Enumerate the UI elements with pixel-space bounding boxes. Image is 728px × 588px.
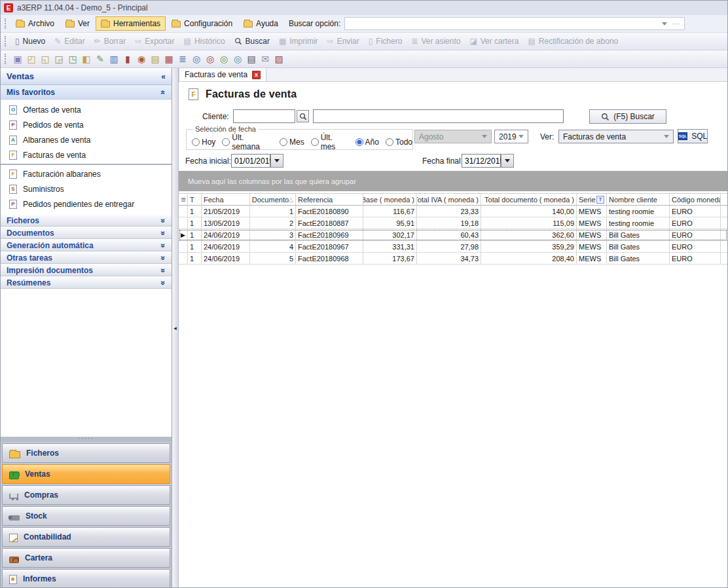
section-otras-tareas[interactable]: Otras tareas» [1,251,172,264]
column-header-codigo-moneda[interactable]: Código moneda [670,194,721,205]
column-header-documento[interactable]: Documento△ [250,194,296,205]
radio-ult-semana[interactable]: Últ. semana [222,133,273,151]
column-header-fecha[interactable]: Fecha [202,194,250,205]
column-header-referencia[interactable]: Referencia [296,194,363,205]
radio-input-mes[interactable] [280,138,287,146]
search-red-icon[interactable]: ◎ [204,52,217,65]
client-search-button[interactable] [297,110,309,122]
column-header-row-selector[interactable]: ≣ [179,194,188,205]
briefcase-out-icon[interactable]: ◱ [39,52,52,65]
table-row[interactable]: 124/06/20195FactE20180968173,6734,73208,… [179,253,727,265]
search-invoice-icon[interactable]: ▤ [149,52,162,65]
toolbar-grip[interactable] [5,54,7,64]
radio-input-ult-semana[interactable] [222,138,230,146]
collapse-arrow-icon[interactable]: ◂ [173,325,177,331]
column-header-nombre-cliente[interactable]: Nombre cliente [607,194,670,205]
column-header-serie[interactable]: SerieT [577,194,607,205]
collapse-sidebar-icon[interactable]: « [161,73,166,81]
chevron-down-icon[interactable]: » [160,268,168,272]
column-header-base-moneda[interactable]: Base ( moneda ) [363,194,417,205]
search-option-combobox[interactable]: ⋯ [344,17,685,30]
radio-ult-mes[interactable]: Últ. mes [311,133,349,151]
table-row[interactable]: 113/05/20192FactE2018088795,9119,18115,0… [179,217,727,229]
send-document-icon[interactable]: ◲ [52,52,65,65]
nuevo-button[interactable]: ▯Nuevo [10,34,50,48]
radio-ano[interactable]: Año [355,138,379,147]
more-options-icon[interactable]: ⋯ [672,20,680,28]
filter-icon[interactable]: T [596,196,604,204]
splitter-grip[interactable]: ····· [1,437,172,442]
sidebar-item-ofertas-de-venta[interactable]: OOfertas de venta [1,102,172,117]
menu-archivo[interactable]: Archivo [10,16,60,31]
column-header-total-iva-moneda[interactable]: Total IVA ( moneda ) [417,194,481,205]
sidebar-splitter[interactable]: ◂ [172,68,179,587]
briefcase-copy-icon[interactable]: ◰ [25,52,38,65]
sidebar-item-facturas-de-venta[interactable]: FFacturas de venta [1,147,172,162]
nav-ventas[interactable]: Ventas [2,464,170,484]
date-from-dropdown-button[interactable] [270,154,283,168]
menu-configuracion[interactable]: Configuración [166,16,238,31]
chart-bars-icon[interactable]: ▮ [121,52,134,65]
toolbar-grip[interactable] [5,18,7,29]
radio-input-ult-mes[interactable] [311,138,319,146]
search-green-icon[interactable]: ◎ [217,52,230,65]
radio-input-hoy[interactable] [192,138,200,146]
nav-informes[interactable]: Informes [2,569,170,587]
buscar-button[interactable]: Buscar [230,34,274,48]
sidebar-item-facturacion-albaranes[interactable]: FFacturación albaranes [1,166,172,181]
nav-stock[interactable]: Stock [2,506,170,526]
sign-document-icon[interactable]: ✎ [94,52,107,65]
document-accept-icon[interactable]: ◳ [66,52,79,65]
print-error-icon[interactable]: ▨ [272,52,285,65]
table-row[interactable]: 121/05/20191FactE20180890116,6723,33140,… [179,206,727,217]
view-select[interactable]: Facturas de venta [558,130,674,143]
chevron-up-icon[interactable]: « [160,90,168,94]
menu-ayuda[interactable]: Ayuda [238,16,283,31]
sidebar-item-suministros[interactable]: SSuministros [1,181,172,196]
menu-herramientas[interactable]: Herramientas [96,16,166,31]
chevron-down-icon[interactable]: » [160,280,168,285]
menu-ver[interactable]: Ver [60,16,95,31]
table-row[interactable]: 124/06/20194FactE20180967331,3127,98359,… [179,241,727,253]
radio-hoy[interactable]: Hoy [192,138,215,147]
search-cyan-icon[interactable]: ◎ [231,52,244,65]
close-tab-icon[interactable]: x [252,71,261,79]
search-blue-icon[interactable]: ◎ [190,52,203,65]
nav-compras[interactable]: Compras [2,485,170,505]
favorites-header[interactable]: Mis favoritos « [1,85,172,100]
radio-input-todo[interactable] [386,138,393,146]
section-documentos[interactable]: Documentos» [1,227,172,239]
sidebar-item-pedidos-pendientes-de-entregar[interactable]: PPedidos pendientes de entregar [1,196,172,211]
section-generacion-automatica[interactable]: Generación automática» [1,239,172,251]
nav-ficheros[interactable]: Ficheros [2,443,170,463]
fuel-pump-icon[interactable]: ◉ [135,52,148,65]
nav-cartera[interactable]: Cartera [2,548,170,568]
table-row[interactable]: ▶124/06/20193FactE20180969302,1760,43362… [179,229,727,241]
sidebar-item-albaranes-de-venta[interactable]: AAlbaranes de venta [1,132,172,147]
list-document-icon[interactable]: ▤ [245,52,258,65]
stack-icon[interactable]: ≣ [176,52,189,65]
chevron-down-icon[interactable]: » [160,255,168,260]
column-header-total-documento-moneda[interactable]: Total documento ( moneda ) [481,194,577,205]
chevron-down-icon[interactable]: » [160,230,168,235]
date-to-dropdown-button[interactable] [501,154,514,168]
tab-facturas-de-venta[interactable]: Facturas de venta x [179,67,266,81]
date-to-input[interactable]: 31/12/2019 [462,154,501,168]
client-code-input[interactable] [233,109,295,123]
nav-contabilidad[interactable]: Contabilidad [2,527,170,547]
clipboard-icon[interactable]: ▣ [11,52,24,65]
f5-search-button[interactable]: (F5) Buscar [589,109,666,124]
chevron-down-icon[interactable]: » [160,243,168,248]
section-impresion-documentos[interactable]: Impresión documentos» [1,264,172,276]
date-from-input[interactable]: 01/01/2019 [231,154,270,168]
chevron-down-icon[interactable]: » [160,218,168,223]
chevron-down-icon[interactable] [662,22,667,26]
section-resumenes[interactable]: Resúmenes» [1,276,172,289]
comment-icon[interactable]: ✉ [259,52,272,65]
radio-mes[interactable]: Mes [280,138,304,147]
sidebar-item-pedidos-de-venta[interactable]: PPedidos de venta [1,117,172,132]
sql-button[interactable]: SQL SQL [678,129,708,143]
group-by-bar[interactable]: Mueva aquí las columnas por las que quie… [179,171,727,191]
radio-todo[interactable]: Todo [386,138,412,147]
section-ficheros[interactable]: Ficheros» [1,214,172,227]
